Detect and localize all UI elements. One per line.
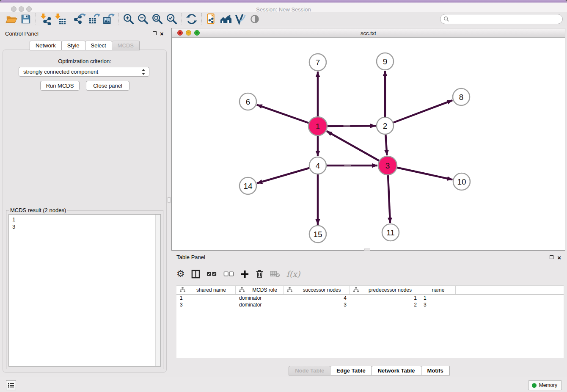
float-panel-icon[interactable] [153,31,157,35]
graph-node-11[interactable]: 11 [382,224,399,241]
edge-4-14[interactable] [257,166,318,183]
apply-layout-button[interactable] [184,13,199,25]
export-image-button[interactable] [102,13,116,25]
run-mcds-button[interactable]: Run MCDS [40,81,80,91]
delete-column-button[interactable] [256,270,264,279]
edges-layer [257,71,453,225]
panel-divider-handle[interactable] [168,197,171,203]
export-table-button[interactable] [87,13,102,25]
tab-network-table[interactable]: Network Table [372,366,421,375]
tab-select[interactable]: Select [85,41,112,50]
graph-node-7[interactable]: 7 [309,54,326,71]
graph-node-1[interactable]: 1 [308,117,327,135]
mcds-result-title: MCDS result (2 nodes) [9,207,67,213]
search-box[interactable] [440,14,563,24]
network-view-title: scc.txt [172,30,565,36]
table-settings-button[interactable]: ⚙ [176,268,185,279]
criterion-select[interactable]: strongly connected component [19,67,149,77]
export-network-button[interactable] [73,13,87,25]
tab-node-table[interactable]: Node Table [289,366,330,375]
import-table-button[interactable] [53,13,67,25]
export-network-icon [74,13,86,25]
graph-node-10[interactable]: 10 [453,173,470,190]
style-button[interactable] [233,13,248,25]
edge-3-10[interactable] [388,166,453,179]
tab-edge-table[interactable]: Edge Table [330,366,372,375]
delete-table-button[interactable] [270,271,280,278]
column-header-name[interactable]: name [420,286,456,294]
close-panel-button[interactable]: Close panel [86,81,129,91]
table-header-row: shared nameMCDS rolesuccessor nodesprede… [176,286,564,295]
unselect-all-button[interactable] [223,271,234,277]
column-header-successor-nodes[interactable]: successor nodes [284,286,350,294]
close-panel-icon[interactable]: × [160,32,164,36]
mcds-result-text[interactable]: 13 [8,214,161,367]
add-function-button[interactable] [240,270,249,279]
tab-style[interactable]: Style [62,41,85,50]
show-hide-button[interactable] [248,13,262,25]
column-header-shared-name[interactable]: shared name [176,286,236,294]
zoom-out-button[interactable] [136,13,150,25]
network-window: × − + scc.txt 7968124314101511 [171,28,565,251]
document-share-icon [206,13,217,25]
titlebar[interactable]: Session: New Session [0,3,567,12]
zoom-in-icon [123,13,135,25]
float-table-panel-icon[interactable] [550,255,553,259]
table-row[interactable]: 3dominator323 [176,301,564,308]
table-row[interactable]: 1dominator411 [176,295,564,301]
home-button[interactable] [219,13,233,25]
search-input[interactable] [449,15,562,23]
column-header-label: name [424,287,455,293]
tab-motifs[interactable]: Motifs [421,366,450,375]
cell-mcds-role: dominator [236,301,284,308]
network-overview-button[interactable] [204,13,219,25]
save-session-button[interactable] [19,13,33,25]
edge-2-8[interactable] [385,100,452,126]
result-scrollbar[interactable] [155,215,160,366]
tab-mcds[interactable]: MCDS [112,41,140,50]
gear-icon: ⚙ [176,268,185,279]
graph-node-3[interactable]: 3 [378,156,397,175]
graph-node-2[interactable]: 2 [377,117,394,134]
column-header-mcds-role[interactable]: MCDS role [236,286,284,294]
graph-node-14[interactable]: 14 [239,177,256,194]
edge-3-1[interactable] [327,131,388,166]
tab-network[interactable]: Network [30,41,62,50]
graph-node-15[interactable]: 15 [309,226,326,243]
network-window-titlebar[interactable]: × − + scc.txt [172,28,565,38]
zoom-fit-button[interactable] [150,13,165,25]
graph-node-9[interactable]: 9 [377,53,394,70]
select-all-button[interactable] [206,271,217,277]
memory-button[interactable]: Memory [528,380,562,390]
column-header-predecessor-nodes[interactable]: predecessor nodes [350,286,420,294]
graph-node-8[interactable]: 8 [453,88,470,105]
plus-icon [240,270,249,279]
graph-node-6[interactable]: 6 [239,93,256,110]
import-table-icon [54,13,66,25]
node-table: shared nameMCDS rolesuccessor nodesprede… [176,285,564,358]
unselect-all-icon [223,271,234,277]
toolbar-separator [182,13,182,25]
open-session-button[interactable] [4,13,19,25]
show-columns-button[interactable] [191,270,200,279]
zoom-selected-button[interactable] [165,13,179,25]
cell-mcds-role: dominator [236,295,284,301]
table-tabs: Node TableEdge TableNetwork TableMotifs [171,366,567,375]
task-history-button[interactable] [6,380,16,390]
svg-text:8: 8 [459,93,464,102]
column-header-label: MCDS role [249,287,283,293]
network-canvas[interactable]: 7968124314101511 [172,38,565,250]
delete-table-icon [270,271,280,278]
export-table-icon [88,13,100,25]
graph-node-4[interactable]: 4 [309,157,326,174]
cell-name: 1 [420,295,456,301]
close-table-panel-icon[interactable]: × [557,256,561,260]
table-panel-title: Table Panel [176,254,205,260]
import-network-button[interactable] [39,13,53,25]
cell-successor-nodes: 3 [284,301,350,308]
zoom-out-icon [137,13,149,25]
cell-name: 3 [420,301,456,308]
zoom-in-button[interactable] [121,13,136,25]
view-resize-handle[interactable] [364,248,370,251]
fx-button[interactable]: f(x) [286,269,300,279]
